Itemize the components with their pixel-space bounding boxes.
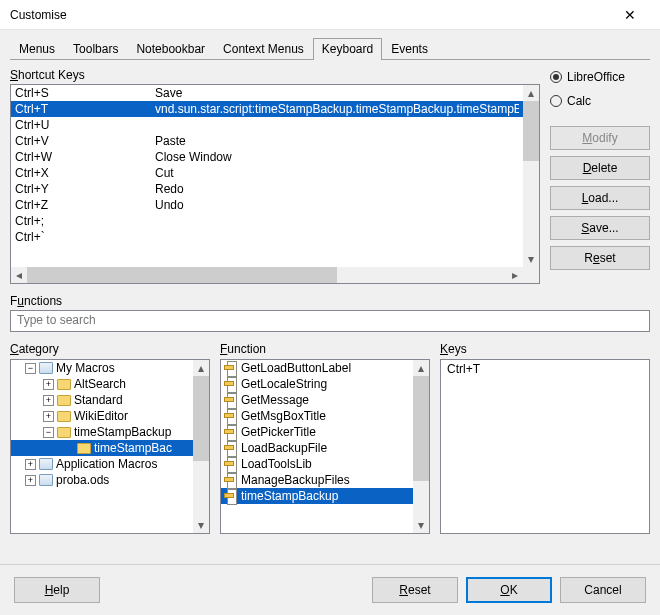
save-button[interactable]: Save...	[550, 216, 650, 240]
close-button[interactable]: ✕	[610, 0, 650, 30]
shortcut-row[interactable]: Ctrl+Tvnd.sun.star.script:timeStampBacku…	[11, 101, 523, 117]
category-label: Category	[10, 342, 210, 356]
script-icon	[224, 377, 238, 391]
category-listbox[interactable]: −My Macros+AltSearch+Standard+WikiEditor…	[10, 359, 210, 534]
shortcut-row[interactable]: Ctrl+;	[11, 213, 523, 229]
function-item[interactable]: ManageBackupFiles	[221, 472, 413, 488]
folder-icon	[57, 395, 71, 406]
shortcut-function	[155, 214, 519, 228]
function-item-label: GetMsgBoxTitle	[241, 409, 326, 423]
expand-icon[interactable]: +	[43, 395, 54, 406]
function-item-label: LoadToolsLib	[241, 457, 312, 471]
function-vscroll[interactable]: ▴ ▾	[413, 360, 429, 533]
expand-icon[interactable]: +	[25, 459, 36, 470]
help-button[interactable]: Help	[14, 577, 100, 603]
category-item[interactable]: +AltSearch	[11, 376, 193, 392]
shortcut-row[interactable]: Ctrl+WClose Window	[11, 149, 523, 165]
shortcut-keys-listbox[interactable]: Ctrl+SSaveCtrl+Tvnd.sun.star.script:time…	[10, 84, 540, 284]
cancel-button[interactable]: Cancel	[560, 577, 646, 603]
folder-icon	[57, 411, 71, 422]
scroll-thumb[interactable]	[413, 376, 429, 481]
function-listbox[interactable]: GetLoadButtonLabelGetLocaleStringGetMess…	[220, 359, 430, 534]
shortcut-row[interactable]: Ctrl+U	[11, 117, 523, 133]
expand-icon[interactable]: +	[43, 411, 54, 422]
tab-context-menus[interactable]: Context Menus	[214, 38, 313, 59]
collapse-icon[interactable]: −	[25, 363, 36, 374]
delete-button[interactable]: Delete	[550, 156, 650, 180]
scroll-up-icon[interactable]: ▴	[523, 85, 539, 101]
category-item-label: My Macros	[56, 361, 115, 375]
scroll-thumb[interactable]	[523, 101, 539, 161]
function-item[interactable]: LoadToolsLib	[221, 456, 413, 472]
shortcut-row[interactable]: Ctrl+YRedo	[11, 181, 523, 197]
shortcut-row[interactable]: Ctrl+VPaste	[11, 133, 523, 149]
tab-menus[interactable]: Menus	[10, 38, 64, 59]
shortcut-hscroll[interactable]: ◂ ▸	[11, 267, 523, 283]
function-item[interactable]: LoadBackupFile	[221, 440, 413, 456]
function-item[interactable]: GetMsgBoxTitle	[221, 408, 413, 424]
footer-reset-button[interactable]: Reset	[372, 577, 458, 603]
radio-calc[interactable]: Calc	[550, 92, 650, 110]
scroll-down-icon[interactable]: ▾	[193, 517, 209, 533]
scroll-right-icon[interactable]: ▸	[507, 267, 523, 283]
function-item[interactable]: GetLoadButtonLabel	[221, 360, 413, 376]
scroll-down-icon[interactable]: ▾	[413, 517, 429, 533]
footer: Help Reset OK Cancel	[0, 564, 660, 615]
function-item[interactable]: GetPickerTitle	[221, 424, 413, 440]
expand-icon[interactable]: +	[25, 475, 36, 486]
function-item-label: timeStampBackup	[241, 489, 338, 503]
load-button[interactable]: Load...	[550, 186, 650, 210]
search-input[interactable]: Type to search	[10, 310, 650, 332]
shortcut-row[interactable]: Ctrl+SSave	[11, 85, 523, 101]
category-item-label: timeStampBackup	[74, 425, 171, 439]
ok-button[interactable]: OK	[466, 577, 552, 603]
category-item[interactable]: +Application Macros	[11, 456, 193, 472]
keys-item[interactable]: Ctrl+T	[447, 362, 643, 376]
script-icon	[224, 489, 238, 503]
modify-button[interactable]: Modify	[550, 126, 650, 150]
radio-selected-icon	[550, 71, 562, 83]
reset-button[interactable]: Reset	[550, 246, 650, 270]
expand-icon[interactable]: +	[43, 379, 54, 390]
shortcut-row[interactable]: Ctrl+`	[11, 229, 523, 245]
category-item[interactable]: +Standard	[11, 392, 193, 408]
category-vscroll[interactable]: ▴ ▾	[193, 360, 209, 533]
function-item[interactable]: GetMessage	[221, 392, 413, 408]
shortcut-function: vnd.sun.star.script:timeStampBackup.time…	[155, 102, 519, 116]
scroll-up-icon[interactable]: ▴	[193, 360, 209, 376]
shortcut-key: Ctrl+X	[15, 166, 155, 180]
shortcut-key: Ctrl+;	[15, 214, 155, 228]
scroll-left-icon[interactable]: ◂	[11, 267, 27, 283]
shortcut-row[interactable]: Ctrl+ZUndo	[11, 197, 523, 213]
scroll-thumb[interactable]	[193, 376, 209, 461]
category-item-label: Application Macros	[56, 457, 157, 471]
function-item[interactable]: timeStampBackup	[221, 488, 413, 504]
tab-toolbars[interactable]: Toolbars	[64, 38, 127, 59]
keys-listbox[interactable]: Ctrl+T	[440, 359, 650, 534]
scroll-up-icon[interactable]: ▴	[413, 360, 429, 376]
tab-events[interactable]: Events	[382, 38, 437, 59]
radio-libreoffice[interactable]: LibreOffice	[550, 68, 650, 86]
shortcut-vscroll[interactable]: ▴ ▾	[523, 85, 539, 267]
shortcut-function	[155, 118, 519, 132]
category-item[interactable]: −timeStampBackup	[11, 424, 193, 440]
collapse-icon[interactable]: −	[43, 427, 54, 438]
tab-keyboard[interactable]: Keyboard	[313, 38, 382, 60]
category-item[interactable]: timeStampBac	[11, 440, 193, 456]
folder-icon	[77, 443, 91, 454]
category-item[interactable]: +proba.ods	[11, 472, 193, 488]
shortcut-row[interactable]: Ctrl+XCut	[11, 165, 523, 181]
scroll-thumb[interactable]	[27, 267, 337, 283]
radio-icon	[550, 95, 562, 107]
scroll-down-icon[interactable]: ▾	[523, 251, 539, 267]
script-icon	[224, 361, 238, 375]
function-item-label: GetPickerTitle	[241, 425, 316, 439]
category-item[interactable]: −My Macros	[11, 360, 193, 376]
function-item[interactable]: GetLocaleString	[221, 376, 413, 392]
category-item[interactable]: +WikiEditor	[11, 408, 193, 424]
script-icon	[224, 393, 238, 407]
shortcut-keys-label: Shortcut Keys	[10, 68, 540, 82]
shortcut-key: Ctrl+Y	[15, 182, 155, 196]
category-item-label: proba.ods	[56, 473, 109, 487]
tab-notebookbar[interactable]: Notebookbar	[127, 38, 214, 59]
